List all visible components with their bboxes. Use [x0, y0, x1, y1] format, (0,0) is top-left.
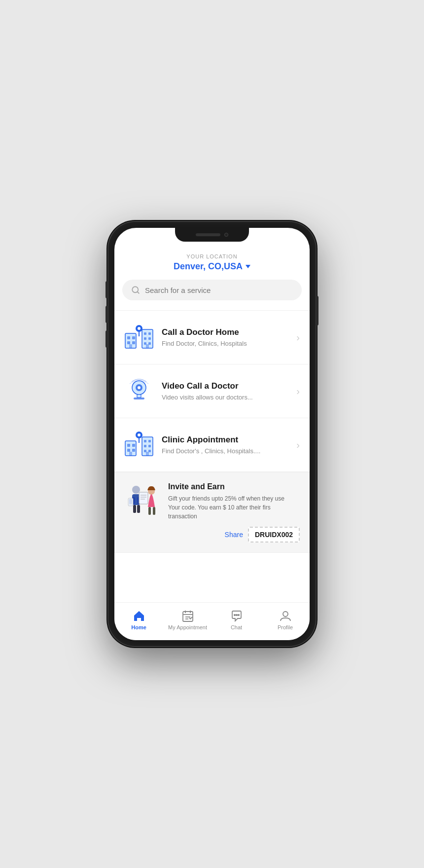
- search-icon: [131, 286, 140, 294]
- svg-point-66: [234, 615, 235, 615]
- screen-content: YOUR LOCATION Denver, CO,USA: [114, 228, 310, 640]
- invite-code: DRUIDX002: [248, 527, 300, 542]
- clinic-desc: Find Doctor's , Clinics, Hospitals....: [162, 447, 288, 455]
- service-item-video-call[interactable]: Video Call a Doctor Video visits allows …: [114, 364, 310, 418]
- chevron-right-icon-0: ›: [296, 332, 300, 343]
- chevron-down-icon: [246, 265, 250, 268]
- video-call-title: Video Call a Doctor: [162, 381, 288, 391]
- svg-rect-33: [144, 440, 146, 442]
- content-spacer: [114, 553, 310, 568]
- invite-desc: Gift your friends upto 25% off when they…: [168, 494, 300, 521]
- svg-rect-4: [132, 336, 135, 339]
- nav-label-profile: Profile: [278, 624, 293, 630]
- bottom-nav: Home My Appointmen: [114, 602, 310, 640]
- svg-rect-49: [133, 505, 136, 513]
- clinic-icon: [124, 430, 154, 460]
- svg-line-1: [137, 291, 139, 293]
- invite-section: Invite and Earn Gift your friends upto 2…: [114, 472, 310, 553]
- svg-rect-38: [148, 450, 151, 452]
- svg-rect-35: [144, 445, 146, 447]
- video-call-icon: [124, 376, 154, 406]
- invite-content: Invite and Earn Gift your friends upto 2…: [168, 482, 300, 542]
- svg-rect-28: [132, 444, 135, 447]
- svg-rect-27: [127, 444, 130, 447]
- svg-rect-25: [134, 398, 144, 399]
- svg-point-68: [238, 615, 239, 615]
- svg-rect-52: [129, 499, 132, 504]
- svg-rect-7: [129, 344, 132, 348]
- speaker: [196, 233, 220, 236]
- service-item-clinic[interactable]: Clinic Appointment Find Doctor's , Clini…: [114, 418, 310, 472]
- svg-rect-24: [137, 395, 141, 398]
- svg-rect-36: [148, 445, 151, 447]
- svg-rect-15: [146, 344, 149, 348]
- nav-label-appointment: My Appointment: [168, 624, 207, 630]
- svg-rect-6: [132, 341, 135, 344]
- svg-rect-11: [144, 337, 146, 340]
- main-scroll: YOUR LOCATION Denver, CO,USA: [114, 242, 310, 602]
- nav-label-chat: Chat: [231, 624, 242, 630]
- clinic-title: Clinic Appointment: [162, 435, 288, 445]
- svg-rect-60: [183, 612, 193, 621]
- search-input[interactable]: [145, 286, 293, 294]
- svg-rect-54: [148, 507, 151, 515]
- svg-rect-5: [127, 341, 130, 344]
- service-item-call-doctor-home[interactable]: Call a Doctor Home Find Doctor, Clinics,…: [114, 311, 310, 364]
- chat-icon: [230, 610, 243, 622]
- home-icon: [133, 610, 145, 622]
- location-text: Denver, CO,USA: [174, 261, 243, 272]
- header: YOUR LOCATION Denver, CO,USA: [114, 242, 310, 280]
- location-label: YOUR LOCATION: [124, 253, 300, 259]
- invite-title: Invite and Earn: [168, 482, 300, 491]
- svg-point-23: [138, 386, 141, 389]
- svg-rect-13: [144, 342, 146, 345]
- svg-rect-29: [127, 449, 130, 452]
- nav-item-chat[interactable]: Chat: [212, 608, 261, 632]
- video-call-text: Video Call a Doctor Video visits allows …: [162, 381, 288, 401]
- clinic-text: Clinic Appointment Find Doctor's , Clini…: [162, 435, 288, 455]
- svg-rect-37: [144, 450, 146, 452]
- svg-rect-12: [148, 337, 151, 340]
- chevron-right-icon-2: ›: [296, 439, 300, 451]
- svg-rect-30: [132, 449, 135, 452]
- nav-label-home: Home: [131, 624, 146, 630]
- video-call-desc: Video visits allows our doctors...: [162, 394, 288, 401]
- call-doctor-home-desc: Find Doctor, Clinics, Hospitals: [162, 340, 288, 347]
- invite-illustration: [124, 482, 161, 519]
- svg-rect-3: [127, 336, 130, 339]
- nav-item-appointment[interactable]: My Appointment: [163, 608, 212, 632]
- svg-rect-34: [148, 440, 151, 442]
- svg-point-45: [132, 486, 140, 494]
- profile-icon: [279, 610, 292, 622]
- nav-item-home[interactable]: Home: [114, 608, 163, 632]
- call-doctor-home-icon: [124, 323, 154, 352]
- svg-rect-10: [148, 332, 151, 335]
- search-bar[interactable]: [122, 280, 302, 300]
- svg-rect-9: [144, 332, 146, 335]
- camera: [224, 233, 228, 237]
- notch: [175, 228, 249, 242]
- call-doctor-home-title: Call a Doctor Home: [162, 327, 288, 337]
- appointment-icon: [181, 610, 194, 622]
- svg-rect-14: [148, 342, 151, 345]
- nav-item-profile[interactable]: Profile: [261, 608, 310, 632]
- svg-rect-31: [129, 452, 132, 456]
- svg-rect-55: [153, 507, 155, 515]
- svg-rect-56: [139, 492, 148, 504]
- location-selector[interactable]: Denver, CO,USA: [124, 261, 300, 272]
- svg-rect-39: [146, 452, 149, 456]
- phone-frame: YOUR LOCATION Denver, CO,USA: [108, 222, 316, 646]
- service-list: Call a Doctor Home Find Doctor, Clinics,…: [114, 310, 310, 472]
- phone-screen: YOUR LOCATION Denver, CO,USA: [114, 228, 310, 640]
- chevron-right-icon-1: ›: [296, 386, 300, 397]
- svg-point-67: [236, 615, 237, 615]
- call-doctor-home-text: Call a Doctor Home Find Doctor, Clinics,…: [162, 327, 288, 347]
- share-link[interactable]: Share: [225, 531, 243, 539]
- svg-rect-50: [137, 505, 140, 513]
- svg-point-69: [283, 612, 288, 616]
- invite-actions: Share DRUIDX002: [168, 527, 300, 542]
